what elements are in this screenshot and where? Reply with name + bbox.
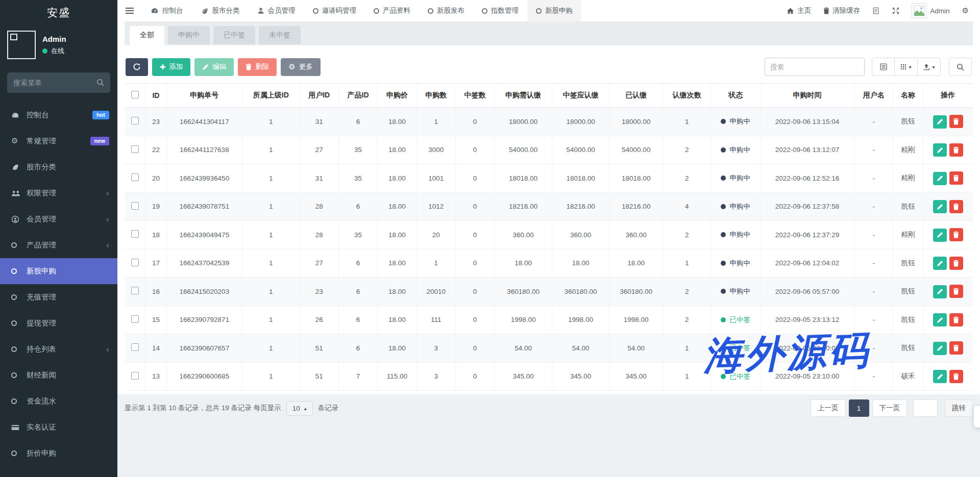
cell: 1662415020203 <box>166 278 242 306</box>
home-link[interactable]: 主页 <box>787 6 811 15</box>
row-edit-button[interactable] <box>933 285 947 298</box>
sidebar-item-股市分类[interactable]: 股市分类 <box>0 154 117 180</box>
row-checkbox[interactable] <box>131 202 139 210</box>
row-checkbox[interactable] <box>131 230 139 238</box>
settings-button[interactable]: ⚙ <box>962 7 969 15</box>
edit-button[interactable]: 编辑 <box>194 58 234 76</box>
row-checkbox[interactable] <box>131 287 139 294</box>
pagination-info-suffix: 条记录 <box>318 404 339 413</box>
row-edit-button[interactable] <box>933 370 947 383</box>
row-edit-button[interactable] <box>933 200 947 213</box>
detail-view-button[interactable] <box>872 58 895 76</box>
sidebar-item-常规管理[interactable]: ⚙常规管理new <box>0 128 117 154</box>
row-delete-button[interactable] <box>949 228 963 241</box>
sidebar-item-充值管理[interactable]: 充值管理 <box>0 284 117 310</box>
tab-已中签[interactable]: 已中签 <box>213 26 255 44</box>
row-checkbox[interactable] <box>131 315 139 323</box>
row-delete-button[interactable] <box>949 257 963 270</box>
row-checkbox[interactable] <box>131 343 139 351</box>
nav-tab-产品资料[interactable]: 产品资料 <box>365 0 419 21</box>
sidebar-item-新股申购[interactable]: 新股申购 <box>0 258 117 284</box>
cell: 0 <box>455 334 494 363</box>
sidebar-item-折价申购[interactable]: 折价申购 <box>0 440 117 466</box>
nav-tab-邀请码管理[interactable]: 邀请码管理 <box>304 0 365 21</box>
columns-button[interactable]: ▾ <box>895 58 918 76</box>
row-edit-button[interactable] <box>933 143 947 157</box>
status-badge: 申购中 <box>721 117 750 126</box>
nav-tab-新股发布[interactable]: 新股发布 <box>419 0 473 21</box>
row-checkbox[interactable] <box>131 372 139 380</box>
more-button[interactable]: ⚙更多 <box>281 58 320 76</box>
sidebar-item-实名认证[interactable]: 实名认证 <box>0 414 117 440</box>
export-button[interactable]: ▾ <box>918 58 941 76</box>
nav-tab-新股申购[interactable]: 新股申购 <box>527 0 581 21</box>
row-checkbox[interactable] <box>131 145 139 153</box>
col-header-操作: 操作 <box>923 84 973 108</box>
sidebar-item-提现管理[interactable]: 提现管理 <box>0 310 117 336</box>
cell: 35 <box>338 221 377 249</box>
sidebar-search-input[interactable] <box>7 72 110 93</box>
sidebar-item-权限管理[interactable]: 权限管理‹ <box>0 180 117 206</box>
cell: 111 <box>416 306 455 334</box>
current-page-button[interactable]: 1 <box>849 399 869 417</box>
table-search-input[interactable] <box>765 58 865 76</box>
sidebar-item-会员管理[interactable]: 会员管理‹ <box>0 206 117 232</box>
cell-username: - <box>854 362 893 391</box>
row-checkbox[interactable] <box>131 117 139 124</box>
search-button[interactable] <box>949 58 972 76</box>
hamburger-icon[interactable] <box>117 0 142 21</box>
next-page-button[interactable]: 下一页 <box>872 399 908 417</box>
status-dot-icon <box>721 147 726 153</box>
cell: 18.00 <box>378 108 416 136</box>
row-delete-button[interactable] <box>949 313 963 327</box>
nav-tab-控制台[interactable]: 控制台 <box>142 0 192 21</box>
jump-page-input[interactable] <box>913 399 938 417</box>
sidebar-item-产品管理[interactable]: 产品管理‹ <box>0 232 117 258</box>
circle-icon <box>482 8 487 14</box>
row-edit-button[interactable] <box>933 257 947 270</box>
prev-page-button[interactable]: 上一页 <box>811 399 846 417</box>
jump-button[interactable]: 跳转 <box>945 399 973 417</box>
tab-未中签[interactable]: 未中签 <box>259 26 301 44</box>
page-size-select[interactable]: 10▴ <box>286 401 313 416</box>
row-edit-button[interactable] <box>933 313 947 327</box>
nav-tab-会员管理[interactable]: 会员管理 <box>249 0 304 21</box>
row-edit-button[interactable] <box>933 229 947 242</box>
nav-tab-指数管理[interactable]: 指数管理 <box>473 0 527 21</box>
nav-tab-股市分类[interactable]: 股市分类 <box>192 0 249 21</box>
row-delete-button[interactable] <box>949 370 963 383</box>
row-edit-button[interactable] <box>933 172 947 185</box>
cell: 18.00 <box>378 136 416 164</box>
row-checkbox[interactable] <box>131 173 139 181</box>
language-button[interactable] <box>872 7 880 14</box>
sidebar-item-持仓列表[interactable]: 持仓列表‹ <box>0 336 117 362</box>
cell: 1001 <box>416 164 455 193</box>
status-dot-icon <box>721 317 726 322</box>
sidebar-item-控制台[interactable]: 控制台hot <box>0 102 117 128</box>
clear-cache-link[interactable]: 清除缓存 <box>823 6 860 15</box>
row-delete-button[interactable] <box>949 341 963 355</box>
select-all-checkbox[interactable] <box>131 91 139 98</box>
cell: 18 <box>145 221 166 249</box>
col-header-状态: 状态 <box>711 84 760 108</box>
row-delete-button[interactable] <box>949 285 963 298</box>
circle-icon <box>536 8 542 14</box>
row-delete-button[interactable] <box>949 143 963 157</box>
fullscreen-button[interactable] <box>892 7 899 14</box>
add-button[interactable]: ✚添加 <box>152 58 190 76</box>
row-delete-button[interactable] <box>949 171 963 185</box>
sidebar-item-资金流水[interactable]: 资金流水 <box>0 388 117 414</box>
user-menu[interactable]: Admin <box>912 3 949 18</box>
row-delete-button[interactable] <box>949 115 963 128</box>
sidebar: 安盛 Admin 在线 控制台hot⚙常规管理new股市分类权限管理‹会员管理‹… <box>0 0 117 477</box>
records-table: ID申购单号所属上级ID用户ID产品ID申购价申购数中签数申购需认缴中签应认缴已… <box>125 83 973 391</box>
refresh-button[interactable] <box>126 58 148 76</box>
tab-申购中[interactable]: 申购中 <box>168 26 210 44</box>
tab-全部[interactable]: 全部 <box>130 26 164 46</box>
row-delete-button[interactable] <box>949 200 963 213</box>
row-checkbox[interactable] <box>131 259 139 266</box>
delete-button[interactable]: 删除 <box>238 58 277 76</box>
row-edit-button[interactable] <box>933 115 947 129</box>
row-edit-button[interactable] <box>933 342 947 355</box>
sidebar-item-财经新闻[interactable]: 财经新闻 <box>0 362 117 388</box>
